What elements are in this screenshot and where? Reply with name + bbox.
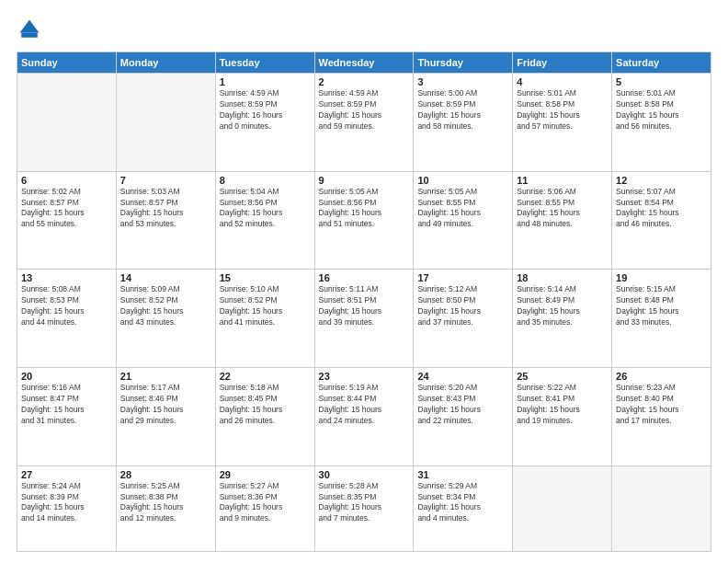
calendar-day-cell: 16Sunrise: 5:11 AM Sunset: 8:51 PM Dayli… xyxy=(314,270,414,368)
calendar-day-cell: 21Sunrise: 5:17 AM Sunset: 8:46 PM Dayli… xyxy=(116,367,215,465)
day-info: Sunrise: 5:28 AM Sunset: 8:35 PM Dayligh… xyxy=(319,481,410,525)
day-info: Sunrise: 5:00 AM Sunset: 8:59 PM Dayligh… xyxy=(417,88,508,132)
day-info: Sunrise: 4:59 AM Sunset: 8:59 PM Dayligh… xyxy=(220,88,311,132)
calendar-day-cell: 12Sunrise: 5:07 AM Sunset: 8:54 PM Dayli… xyxy=(612,171,711,270)
calendar-week-row: 6Sunrise: 5:02 AM Sunset: 8:57 PM Daylig… xyxy=(17,171,711,270)
day-info: Sunrise: 5:10 AM Sunset: 8:52 PM Dayligh… xyxy=(220,284,311,328)
day-number: 3 xyxy=(417,76,508,87)
day-number: 24 xyxy=(417,371,508,382)
day-info: Sunrise: 5:01 AM Sunset: 8:58 PM Dayligh… xyxy=(616,88,707,132)
calendar-page: SundayMondayTuesdayWednesdayThursdayFrid… xyxy=(0,0,728,563)
weekday-header-saturday: Saturday xyxy=(612,52,711,74)
calendar-day-cell: 24Sunrise: 5:20 AM Sunset: 8:43 PM Dayli… xyxy=(414,367,513,465)
day-number: 4 xyxy=(517,76,608,87)
calendar-day-cell: 5Sunrise: 5:01 AM Sunset: 8:58 PM Daylig… xyxy=(612,74,711,172)
calendar-day-cell: 22Sunrise: 5:18 AM Sunset: 8:45 PM Dayli… xyxy=(215,367,314,465)
weekday-header-monday: Monday xyxy=(116,52,215,74)
day-number: 20 xyxy=(21,371,112,382)
calendar-day-cell: 17Sunrise: 5:12 AM Sunset: 8:50 PM Dayli… xyxy=(414,270,513,368)
day-number: 30 xyxy=(319,469,410,480)
calendar-day-cell: 11Sunrise: 5:06 AM Sunset: 8:55 PM Dayli… xyxy=(513,171,612,270)
day-number: 14 xyxy=(120,272,211,283)
calendar-day-cell: 29Sunrise: 5:27 AM Sunset: 8:36 PM Dayli… xyxy=(215,465,314,551)
day-info: Sunrise: 5:03 AM Sunset: 8:57 PM Dayligh… xyxy=(120,187,211,231)
calendar-day-cell: 6Sunrise: 5:02 AM Sunset: 8:57 PM Daylig… xyxy=(17,171,117,270)
day-info: Sunrise: 5:15 AM Sunset: 8:48 PM Dayligh… xyxy=(616,284,707,328)
day-number: 6 xyxy=(21,175,112,186)
weekday-header-sunday: Sunday xyxy=(17,52,117,74)
day-number: 22 xyxy=(220,371,311,382)
day-info: Sunrise: 5:25 AM Sunset: 8:38 PM Dayligh… xyxy=(120,481,211,525)
logo-icon xyxy=(17,17,42,42)
day-number: 18 xyxy=(517,272,608,283)
calendar-day-cell: 18Sunrise: 5:14 AM Sunset: 8:49 PM Dayli… xyxy=(513,270,612,368)
calendar-day-cell: 19Sunrise: 5:15 AM Sunset: 8:48 PM Dayli… xyxy=(612,270,711,368)
calendar-day-cell: 20Sunrise: 5:16 AM Sunset: 8:47 PM Dayli… xyxy=(17,367,117,465)
day-info: Sunrise: 5:11 AM Sunset: 8:51 PM Dayligh… xyxy=(319,284,410,328)
day-number: 29 xyxy=(220,469,311,480)
day-info: Sunrise: 5:22 AM Sunset: 8:41 PM Dayligh… xyxy=(517,383,608,427)
calendar-day-cell: 9Sunrise: 5:05 AM Sunset: 8:56 PM Daylig… xyxy=(314,171,414,270)
calendar-day-cell: 8Sunrise: 5:04 AM Sunset: 8:56 PM Daylig… xyxy=(215,171,314,270)
weekday-header-wednesday: Wednesday xyxy=(314,52,414,74)
calendar-day-cell: 15Sunrise: 5:10 AM Sunset: 8:52 PM Dayli… xyxy=(215,270,314,368)
day-number: 21 xyxy=(120,371,211,382)
day-info: Sunrise: 5:05 AM Sunset: 8:56 PM Dayligh… xyxy=(319,187,410,231)
day-number: 17 xyxy=(417,272,508,283)
day-info: Sunrise: 5:08 AM Sunset: 8:53 PM Dayligh… xyxy=(21,284,112,328)
day-info: Sunrise: 5:02 AM Sunset: 8:57 PM Dayligh… xyxy=(21,187,112,231)
day-info: Sunrise: 5:12 AM Sunset: 8:50 PM Dayligh… xyxy=(417,284,508,328)
calendar-day-cell xyxy=(116,74,215,172)
calendar-day-cell: 25Sunrise: 5:22 AM Sunset: 8:41 PM Dayli… xyxy=(513,367,612,465)
day-number: 27 xyxy=(21,469,112,480)
calendar-day-cell: 10Sunrise: 5:05 AM Sunset: 8:55 PM Dayli… xyxy=(414,171,513,270)
weekday-header-friday: Friday xyxy=(513,52,612,74)
calendar-day-cell: 7Sunrise: 5:03 AM Sunset: 8:57 PM Daylig… xyxy=(116,171,215,270)
calendar-week-row: 13Sunrise: 5:08 AM Sunset: 8:53 PM Dayli… xyxy=(17,270,711,368)
calendar-day-cell: 2Sunrise: 4:59 AM Sunset: 8:59 PM Daylig… xyxy=(314,74,414,172)
day-info: Sunrise: 5:17 AM Sunset: 8:46 PM Dayligh… xyxy=(120,383,211,427)
header xyxy=(17,17,711,42)
day-number: 19 xyxy=(616,272,707,283)
calendar-day-cell: 27Sunrise: 5:24 AM Sunset: 8:39 PM Dayli… xyxy=(17,465,117,551)
day-info: Sunrise: 5:27 AM Sunset: 8:36 PM Dayligh… xyxy=(220,481,311,525)
weekday-header-tuesday: Tuesday xyxy=(215,52,314,74)
calendar-day-cell: 28Sunrise: 5:25 AM Sunset: 8:38 PM Dayli… xyxy=(116,465,215,551)
day-info: Sunrise: 5:05 AM Sunset: 8:55 PM Dayligh… xyxy=(417,187,508,231)
day-info: Sunrise: 5:04 AM Sunset: 8:56 PM Dayligh… xyxy=(220,187,311,231)
svg-rect-1 xyxy=(21,33,38,38)
day-number: 7 xyxy=(120,175,211,186)
calendar-day-cell: 31Sunrise: 5:29 AM Sunset: 8:34 PM Dayli… xyxy=(414,465,513,551)
day-info: Sunrise: 5:20 AM Sunset: 8:43 PM Dayligh… xyxy=(417,383,508,427)
day-number: 23 xyxy=(319,371,410,382)
day-number: 12 xyxy=(616,175,707,186)
logo xyxy=(17,17,46,42)
day-info: Sunrise: 5:29 AM Sunset: 8:34 PM Dayligh… xyxy=(417,481,508,525)
day-info: Sunrise: 5:18 AM Sunset: 8:45 PM Dayligh… xyxy=(220,383,311,427)
calendar-day-cell: 4Sunrise: 5:01 AM Sunset: 8:58 PM Daylig… xyxy=(513,74,612,172)
day-number: 26 xyxy=(616,371,707,382)
day-info: Sunrise: 4:59 AM Sunset: 8:59 PM Dayligh… xyxy=(319,88,410,132)
calendar-day-cell: 30Sunrise: 5:28 AM Sunset: 8:35 PM Dayli… xyxy=(314,465,414,551)
calendar-day-cell xyxy=(513,465,612,551)
calendar-day-cell: 14Sunrise: 5:09 AM Sunset: 8:52 PM Dayli… xyxy=(116,270,215,368)
day-number: 1 xyxy=(220,76,311,87)
day-number: 5 xyxy=(616,76,707,87)
day-info: Sunrise: 5:06 AM Sunset: 8:55 PM Dayligh… xyxy=(517,187,608,231)
weekday-header-row: SundayMondayTuesdayWednesdayThursdayFrid… xyxy=(17,52,711,74)
day-number: 11 xyxy=(517,175,608,186)
day-info: Sunrise: 5:09 AM Sunset: 8:52 PM Dayligh… xyxy=(120,284,211,328)
calendar-day-cell: 3Sunrise: 5:00 AM Sunset: 8:59 PM Daylig… xyxy=(414,74,513,172)
day-number: 31 xyxy=(417,469,508,480)
calendar-week-row: 1Sunrise: 4:59 AM Sunset: 8:59 PM Daylig… xyxy=(17,74,711,172)
day-number: 10 xyxy=(417,175,508,186)
calendar-day-cell: 23Sunrise: 5:19 AM Sunset: 8:44 PM Dayli… xyxy=(314,367,414,465)
svg-marker-0 xyxy=(20,20,40,33)
calendar-day-cell: 13Sunrise: 5:08 AM Sunset: 8:53 PM Dayli… xyxy=(17,270,117,368)
day-info: Sunrise: 5:01 AM Sunset: 8:58 PM Dayligh… xyxy=(517,88,608,132)
day-number: 15 xyxy=(220,272,311,283)
day-info: Sunrise: 5:23 AM Sunset: 8:40 PM Dayligh… xyxy=(616,383,707,427)
day-info: Sunrise: 5:16 AM Sunset: 8:47 PM Dayligh… xyxy=(21,383,112,427)
calendar-week-row: 27Sunrise: 5:24 AM Sunset: 8:39 PM Dayli… xyxy=(17,465,711,551)
day-number: 13 xyxy=(21,272,112,283)
